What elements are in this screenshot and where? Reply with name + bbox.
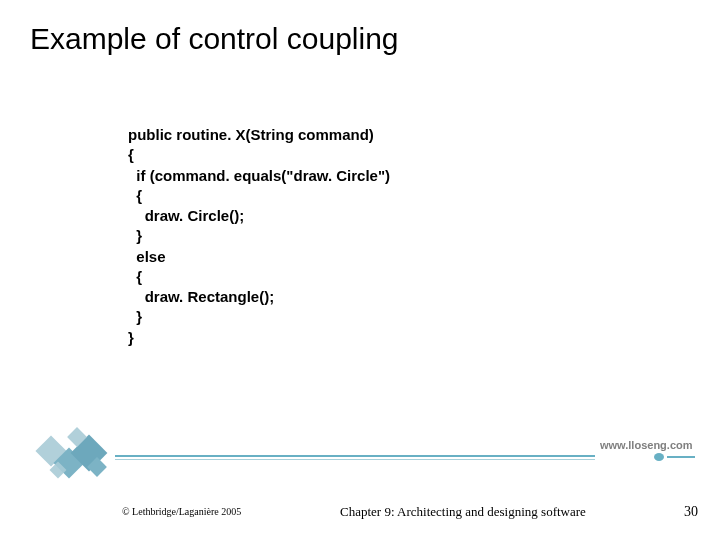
decor-squares-icon bbox=[30, 430, 120, 490]
code-line: { bbox=[128, 145, 390, 165]
code-line: } bbox=[128, 226, 390, 246]
code-line: draw. Circle(); bbox=[128, 206, 390, 226]
copyright-text: © Lethbridge/Laganière 2005 bbox=[122, 506, 241, 517]
slide-footer: © Lethbridge/Laganière 2005 Chapter 9: A… bbox=[0, 506, 720, 526]
code-line: { bbox=[128, 186, 390, 206]
code-line: else bbox=[128, 247, 390, 267]
decor-line bbox=[667, 456, 695, 458]
code-line: draw. Rectangle(); bbox=[128, 287, 390, 307]
slide-decor: www.lloseng.com bbox=[0, 445, 720, 500]
decor-line bbox=[115, 455, 595, 457]
decor-line bbox=[115, 459, 595, 460]
code-line: if (command. equals("draw. Circle") bbox=[128, 166, 390, 186]
code-example: public routine. X(String command) { if (… bbox=[128, 125, 390, 348]
code-line: { bbox=[128, 267, 390, 287]
url-text: www.lloseng.com bbox=[600, 439, 693, 451]
code-line: } bbox=[128, 307, 390, 327]
code-line: } bbox=[128, 328, 390, 348]
page-number: 30 bbox=[684, 504, 698, 520]
code-line: public routine. X(String command) bbox=[128, 125, 390, 145]
chapter-text: Chapter 9: Architecting and designing so… bbox=[340, 504, 586, 520]
decor-oval bbox=[654, 453, 664, 461]
slide-title: Example of control coupling bbox=[30, 22, 399, 56]
